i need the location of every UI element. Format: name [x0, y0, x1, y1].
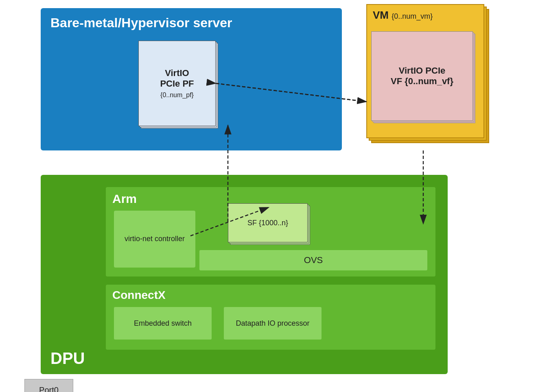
vm-label: VM {0..num_vm}: [373, 9, 433, 22]
vm-stack: VM {0..num_vm} VirtIO PCIeVF {0..num_vf}: [366, 4, 492, 150]
dpu-title: DPU: [50, 349, 85, 368]
connectx-title: ConnectX: [112, 289, 166, 302]
pf-box: VirtIOPCIe PF {0..num_pf}: [138, 41, 216, 126]
pf-title-line3: {0..num_pf}: [160, 91, 194, 99]
arm-title: Arm: [112, 192, 137, 206]
vf-box: VirtIO PCIeVF {0..num_vf}: [371, 31, 473, 121]
port0-box: Port0: [24, 379, 73, 392]
sf-box: SF {1000..n}: [228, 203, 308, 242]
pf-stack: VirtIOPCIe PF {0..num_pf}: [138, 41, 220, 134]
vm-box: VM {0..num_vm} VirtIO PCIeVF {0..num_vf}: [366, 4, 484, 138]
sf-label: SF {1000..n}: [247, 219, 288, 227]
pf-title-line1: VirtIOPCIe PF: [160, 68, 194, 89]
virtio-ctrl-label: virtio-net controller: [125, 234, 185, 244]
datapath-label: Datapath IO processor: [236, 319, 309, 328]
ovs-box: OVS: [199, 250, 427, 270]
dpu-box: DPU Port0 Port1 Arm virtio-net controlle…: [41, 175, 448, 374]
virtio-ctrl-box: virtio-net controller: [114, 211, 195, 268]
hypervisor-title: Bare-metal/Hypervisor server: [50, 15, 232, 30]
hypervisor-box: Bare-metal/Hypervisor server VirtIOPCIe …: [41, 8, 342, 150]
embedded-switch-label: Embedded switch: [134, 319, 192, 328]
vf-title: VirtIO PCIeVF {0..num_vf}: [391, 65, 453, 87]
vf-stack: VirtIO PCIeVF {0..num_vf}: [371, 31, 479, 129]
arm-box: Arm virtio-net controller SF {1000..n} O…: [106, 187, 435, 277]
port0-label: Port0: [39, 385, 59, 392]
embedded-switch-box: Embedded switch: [114, 307, 212, 340]
datapath-box: Datapath IO processor: [224, 307, 322, 340]
vm-label-sub: {0..num_vm}: [392, 12, 433, 20]
ovs-label: OVS: [304, 255, 323, 266]
sf-stack: SF {1000..n}: [228, 203, 313, 248]
connectx-box: ConnectX Embedded switch Datapath IO pro…: [106, 285, 435, 350]
diagram-container: Bare-metal/Hypervisor server VirtIOPCIe …: [33, 4, 521, 386]
